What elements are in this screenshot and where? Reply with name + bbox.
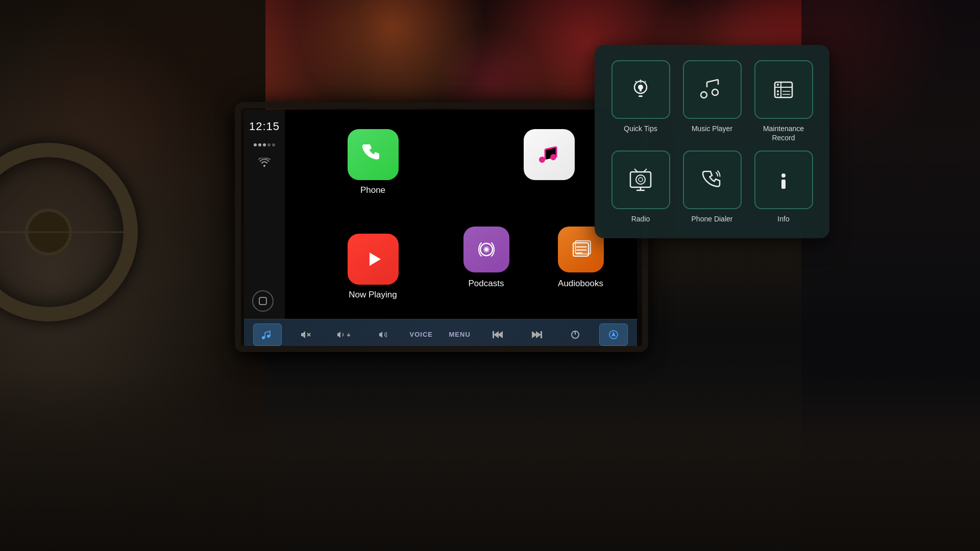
phone-icon-bg [348,129,399,180]
maintenance-label: Maintenance Record [752,124,815,142]
app-phone[interactable]: Phone [285,110,461,214]
svg-rect-37 [630,172,651,187]
drawer-item-radio[interactable]: Radio [609,151,672,223]
svg-rect-7 [493,331,494,338]
svg-rect-0 [259,297,266,305]
dot-5 [272,143,275,146]
prev-track-button[interactable] [484,323,512,346]
svg-rect-10 [541,331,542,338]
svg-rect-24 [639,95,643,97]
now-playing-label: Now Playing [349,290,397,300]
svg-line-27 [635,81,636,82]
svg-point-39 [639,178,643,182]
wifi-icon [258,158,271,169]
quick-tips-icon-box [611,60,670,119]
svg-point-17 [485,248,488,251]
music-ctrl-button[interactable] [253,323,282,346]
drawer-item-music-player[interactable]: Music Player [680,60,744,142]
screen-sidebar: 12:15 [244,110,285,319]
drawer-item-phone-dialer[interactable]: Phone Dialer [680,151,744,223]
voice-button[interactable]: VOICE [407,323,435,346]
music-label: Music [537,185,560,195]
power-button[interactable] [561,323,590,346]
info-icon-box [754,151,813,209]
control-bar: VOICE MENU [244,319,637,349]
nav-button[interactable] [599,323,628,346]
menu-button[interactable]: MENU [446,323,474,346]
volume-down-button[interactable] [330,323,358,346]
app-podcasts[interactable]: Podcasts [439,212,533,304]
svg-marker-1 [370,253,381,266]
time-display: 12:15 [249,120,280,133]
menu-label: MENU [449,331,471,338]
now-playing-icon-bg [348,234,399,285]
svg-point-32 [777,84,779,86]
maintenance-icon-box [754,60,813,119]
next-track-button[interactable] [522,323,551,346]
radio-label: Radio [631,214,650,223]
dot-2 [258,143,261,146]
audiobooks-label: Audiobooks [558,279,603,289]
svg-line-28 [645,81,646,82]
dot-1 [254,143,257,146]
svg-point-33 [777,90,779,92]
svg-rect-45 [781,180,786,189]
music-icon-bg [524,129,575,180]
home-button[interactable] [252,290,274,312]
drawer-item-info[interactable]: Info [752,151,815,223]
svg-marker-9 [536,331,541,338]
drawer-item-quick-tips[interactable]: Quick Tips [609,60,672,142]
phone-dialer-label: Phone Dialer [692,214,733,223]
radio-icon-box [611,151,670,209]
dot-3 [263,143,266,146]
app-drawer: Quick Tips Music Player [595,45,829,238]
music-player-label: Music Player [692,124,732,133]
quick-tips-label: Quick Tips [624,124,657,133]
svg-point-38 [636,175,645,184]
dot-4 [267,143,271,146]
app-now-playing[interactable]: Now Playing [285,214,461,319]
svg-point-44 [781,173,786,178]
drawer-grid: Quick Tips Music Player [609,60,815,224]
signal-dots [254,143,275,146]
info-label: Info [777,214,789,223]
music-player-icon-box [683,60,742,119]
svg-point-34 [777,93,779,95]
mute-button[interactable] [291,323,320,346]
phone-dialer-icon-box [683,151,742,209]
voice-label: VOICE [410,331,433,338]
svg-point-25 [640,81,642,83]
podcasts-icon-bg [463,227,509,272]
phone-label: Phone [360,185,385,195]
volume-up-button[interactable] [369,323,397,346]
dashboard-bottom [0,372,980,551]
podcasts-label: Podcasts [469,279,504,289]
drawer-item-maintenance[interactable]: Maintenance Record [752,60,815,142]
